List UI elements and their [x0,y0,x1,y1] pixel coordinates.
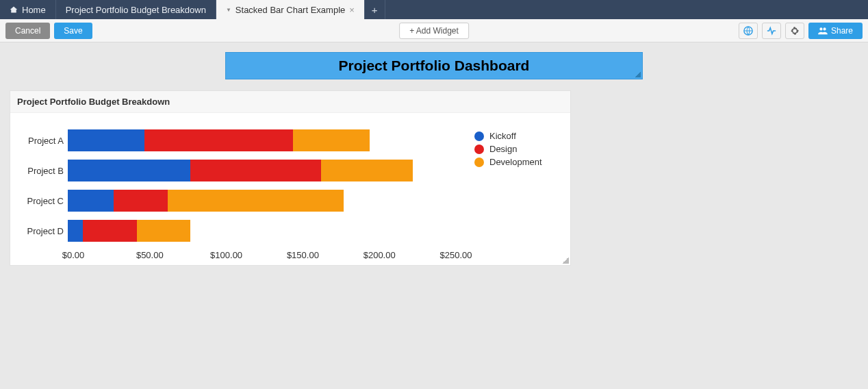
cancel-button[interactable]: Cancel [5,23,50,39]
category-label: Project D [23,226,68,236]
chart-row: Project A [23,125,474,155]
bar-segment[interactable] [83,220,136,242]
dropdown-icon: ▼ [226,7,231,13]
plus-icon: + [372,4,378,16]
tab-portfolio[interactable]: Project Portfolio Budget Breakdown [56,0,216,19]
chart-row: Project B [23,155,474,186]
stacked-bar [68,129,474,151]
toolbar: Cancel Save + Add Widget Share [0,19,868,42]
tab-stacked-example[interactable]: ▼ Stacked Bar Chart Example × [216,0,365,19]
bar-segment[interactable] [114,190,167,212]
close-icon[interactable]: × [349,5,355,15]
bar-segment[interactable] [68,190,114,212]
globe-button[interactable] [739,23,758,39]
bar-segment[interactable] [137,220,190,242]
chart-plot: Project AProject BProject CProject D $0.… [23,125,474,250]
stacked-bar [68,160,474,181]
tab-home-label: Home [22,5,46,15]
tab-label: Stacked Bar Chart Example [235,5,345,15]
bar-segment[interactable] [144,129,293,151]
legend-item[interactable]: Design [474,144,563,154]
bar-segment[interactable] [190,160,320,181]
chart-legend: KickoffDesignDevelopment [474,125,563,250]
category-label: Project C [23,196,68,206]
tab-home[interactable]: Home [0,0,56,19]
bar-segment[interactable] [68,129,144,151]
bar-segment[interactable] [168,190,344,212]
page-body: Project Portfolio Dashboard Project Port… [0,42,868,275]
gear-icon [790,26,800,36]
stacked-bar [68,190,474,212]
bar-segment[interactable] [293,129,370,151]
svg-point-1 [819,27,822,30]
bar-segment[interactable] [321,160,413,181]
tab-label: Project Portfolio Budget Breakdown [66,5,206,15]
activity-icon [767,26,776,36]
widget-title: Project Portfolio Budget Breakdown [10,91,570,113]
chart-row: Project D [23,216,474,246]
chart-row: Project C [23,186,474,216]
legend-item[interactable]: Kickoff [474,131,563,141]
stacked-bar [68,220,474,242]
legend-item[interactable]: Development [474,157,563,167]
people-icon [818,27,828,35]
share-button[interactable]: Share [808,23,863,39]
settings-button[interactable] [785,23,804,39]
save-button[interactable]: Save [54,23,92,39]
legend-swatch [474,145,484,154]
chart-widget: Project Portfolio Budget Breakdown Proje… [10,90,571,266]
globe-icon [743,26,753,36]
dashboard-title[interactable]: Project Portfolio Dashboard [225,52,643,79]
category-label: Project A [23,136,68,146]
add-tab-button[interactable]: + [365,0,385,19]
bar-segment[interactable] [68,160,190,181]
top-nav: Home Project Portfolio Budget Breakdown … [0,0,868,19]
home-icon [10,5,18,14]
category-label: Project B [23,166,68,176]
svg-point-2 [823,27,826,30]
legend-swatch [474,158,484,167]
activity-button[interactable] [762,23,781,39]
add-widget-button[interactable]: + Add Widget [399,23,469,39]
legend-swatch [474,131,484,141]
bar-segment[interactable] [68,220,83,242]
